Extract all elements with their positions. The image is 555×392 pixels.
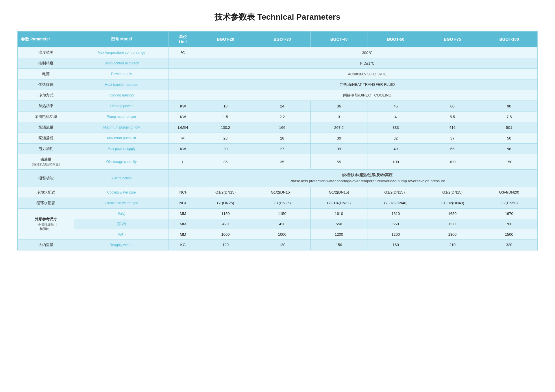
header-unit: 单位 Unit (169, 31, 197, 47)
header-bgot20: BGOT-20 (197, 31, 254, 47)
page-title: 技术参数表 Technical Parameters (17, 12, 538, 23)
header-bgot30: BGOT-30 (254, 31, 310, 47)
technical-parameters-table: 参数 Parameter 型号 Model 单位 Unit BGOT-20 BG… (17, 31, 538, 250)
header-bgot50: BGOT-50 (367, 31, 424, 47)
header-bgot40: BGOT-40 (310, 31, 367, 47)
header-bgot75: BGOT-75 (424, 31, 481, 47)
header-param: 参数 Parameter (18, 31, 74, 47)
header-model: 型号 Model (74, 31, 169, 47)
header-bgot100: BGOT-100 (481, 31, 537, 47)
